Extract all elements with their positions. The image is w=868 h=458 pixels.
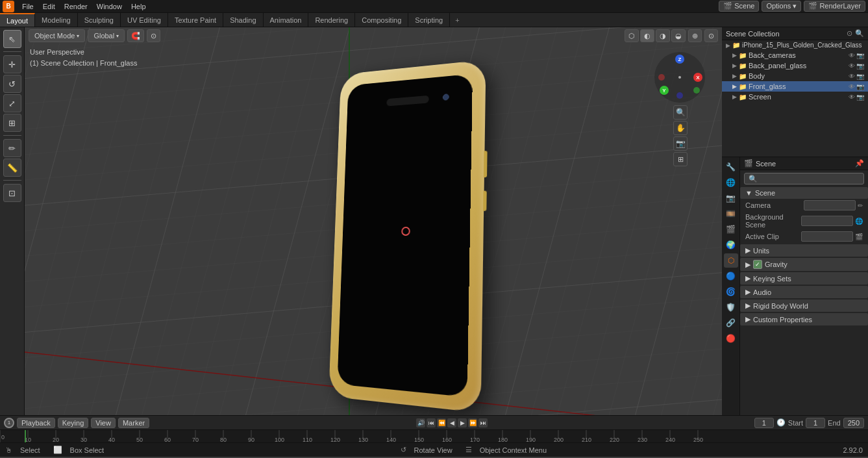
tool-select[interactable]: ⇖ [3, 30, 21, 48]
grid-btn[interactable]: ⊞ [673, 152, 688, 166]
scene-selector[interactable]: 🎬 Scene CollectionScene [719, 1, 759, 12]
outliner-item-body[interactable]: ▶ 📁 Body 👁 📷 [722, 71, 868, 81]
outliner-item-screen[interactable]: ▶ 📁 Screen 👁 📷 [722, 92, 868, 102]
transform-orientation-selector[interactable]: Global ▾ [88, 29, 125, 42]
props-scene-icon[interactable]: 🌐 [724, 175, 738, 190]
menu-window[interactable]: Window [93, 2, 126, 11]
gizmo-z-top[interactable]: Z [675, 55, 684, 64]
tab-animation[interactable]: Animation [264, 13, 309, 27]
props-object-icon[interactable]: ⬡ [724, 253, 738, 268]
start-frame-input[interactable]: 1 [806, 418, 825, 428]
tab-layout[interactable]: Layout [0, 13, 35, 27]
vis-eye[interactable]: 👁 [849, 73, 855, 80]
zoom-camera-btn[interactable]: 🔍 [673, 105, 688, 120]
tab-uv-editing[interactable]: UV Editing [121, 13, 168, 27]
wireframe-shading[interactable]: ⬡ [625, 29, 639, 42]
scene-section-header[interactable]: ▼ Scene [740, 187, 868, 199]
jump-end-btn[interactable]: ⏭ [478, 418, 488, 427]
gizmo-y-left[interactable]: Y [660, 86, 669, 95]
gizmo-z-neg[interactable] [676, 92, 683, 99]
gizmo-x-dot[interactable]: X [693, 73, 702, 82]
clock-icon[interactable]: 🕐 [776, 418, 786, 427]
gravity-checkbox[interactable]: ✓ [753, 260, 762, 269]
tab-sculpting[interactable]: Sculpting [78, 13, 121, 27]
tool-move[interactable]: ✛ [3, 55, 21, 73]
tab-compositing[interactable]: Compositing [355, 13, 408, 27]
menu-file[interactable]: File [18, 2, 38, 11]
jump-start-btn[interactable]: ⏮ [427, 418, 436, 427]
current-frame-display[interactable]: 1 [754, 418, 774, 428]
pan-btn[interactable]: ✋ [673, 121, 688, 135]
timeline-frame-indicator[interactable]: 1 [4, 418, 14, 428]
vis-render[interactable]: 📷 [856, 62, 864, 70]
props-tool-icon[interactable]: 🔧 [724, 160, 738, 174]
menu-edit[interactable]: Edit [39, 2, 59, 11]
tab-shading[interactable]: Shading [223, 13, 263, 27]
menu-help[interactable]: Help [127, 2, 150, 11]
rendered-shading[interactable]: ◒ [671, 29, 686, 42]
vis-eye[interactable]: 👁 [849, 52, 855, 59]
rigid-body-header[interactable]: ▶ Rigid Body World [740, 299, 868, 312]
render-engine-selector[interactable]: 🎬 RenderLayer [804, 1, 865, 12]
outliner-search-btn[interactable]: 🔍 [855, 29, 864, 38]
viewport-overlays[interactable]: ⊕ [688, 29, 702, 42]
step-back-btn[interactable]: ⏪ [437, 418, 446, 427]
tab-scripting[interactable]: Scripting [408, 13, 450, 27]
active-clip-icon[interactable]: 🎬 [855, 233, 863, 240]
audio-header[interactable]: ▶ Audio [740, 286, 868, 298]
vis-eye[interactable]: 👁 [849, 83, 855, 90]
props-particles-icon[interactable]: 🌀 [724, 285, 738, 299]
vis-render[interactable]: 📷 [856, 94, 864, 101]
vis-eye[interactable]: 👁 [849, 94, 855, 101]
camera-pick-btn[interactable]: ✏ [858, 202, 863, 209]
tool-scale[interactable]: ⤢ [3, 94, 21, 112]
gizmo-y-neg[interactable] [693, 87, 700, 94]
outliner-item-back-panel-glass[interactable]: ▶ 📁 Back_panel_glass 👁 📷 [722, 60, 868, 71]
props-scene-data-icon[interactable]: 🎬 [724, 222, 738, 236]
tab-modeling[interactable]: Modeling [35, 13, 78, 27]
marker-menu[interactable]: Marker [118, 418, 149, 428]
outliner-item-back-cameras[interactable]: ▶ 📁 Back_cameras 👁 📷 [722, 50, 868, 60]
app-logo[interactable]: B [3, 1, 14, 12]
custom-props-header[interactable]: ▶ Custom Properties [740, 313, 868, 325]
outliner-item-collection[interactable]: ▶ 📁 iPhone_15_Plus_Golden_Cracked_Glass [722, 40, 868, 50]
tool-rotate[interactable]: ↺ [3, 75, 21, 93]
vis-render[interactable]: 📷 [856, 52, 864, 59]
keying-sets-header[interactable]: ▶ Keying Sets [740, 272, 868, 285]
props-view-layer-icon[interactable]: 🎞️ [724, 207, 738, 221]
tab-rendering[interactable]: Rendering [308, 13, 355, 27]
gizmo-x-neg[interactable] [658, 74, 665, 81]
camera-value[interactable] [804, 200, 856, 210]
tab-texture-paint[interactable]: Texture Paint [168, 13, 223, 27]
props-modifiers-icon[interactable]: 🔵 [724, 269, 738, 283]
units-section-header[interactable]: ▶ Units [740, 244, 868, 257]
bg-scene-icon[interactable]: 🌐 [855, 218, 863, 225]
playback-menu[interactable]: Playback [17, 418, 55, 428]
gizmo-x-neg-dot[interactable] [658, 74, 665, 81]
proportional-edit-toggle[interactable]: ⊙ [147, 29, 160, 42]
playback-audio-btn[interactable]: 🔊 [416, 418, 425, 427]
gizmo-z-neg-dot[interactable] [676, 92, 683, 99]
keying-menu[interactable]: Keying [58, 418, 89, 428]
outliner-filter-btn[interactable]: ⊙ [847, 29, 852, 38]
object-mode-selector[interactable]: Object Mode ▾ [29, 29, 85, 42]
props-pin-btn[interactable]: 📌 [855, 159, 864, 168]
vis-render[interactable]: 📷 [856, 73, 864, 80]
props-world-icon[interactable]: 🌍 [724, 238, 738, 252]
tool-measure[interactable]: 📏 [3, 159, 21, 177]
menu-render[interactable]: Render [60, 2, 92, 11]
tool-add-cube[interactable]: ⊡ [3, 184, 21, 202]
props-search-input[interactable] [744, 173, 864, 184]
gizmo-z-dot[interactable]: Z [675, 55, 684, 64]
gizmo-y-dot[interactable]: Y [660, 86, 669, 95]
props-data-icon[interactable]: 🔴 [724, 331, 738, 346]
material-preview-shading[interactable]: ◑ [656, 29, 670, 42]
gizmo-x-right[interactable]: X [693, 73, 702, 82]
gravity-section-header[interactable]: ▶ ✓ Gravity [740, 258, 868, 271]
snap-toggle[interactable]: 🧲 [127, 29, 144, 42]
outliner-item-front-glass[interactable]: ▶ 📁 Front_glass 👁 📷 [722, 81, 868, 92]
timeline-track[interactable]: 0 10 20 30 40 50 60 70 80 90 100 110 120… [0, 429, 868, 442]
props-output-icon[interactable]: 📷 [724, 191, 738, 205]
end-frame-input[interactable]: 250 [843, 418, 864, 428]
play-reverse-btn[interactable]: ◀ [447, 418, 456, 427]
